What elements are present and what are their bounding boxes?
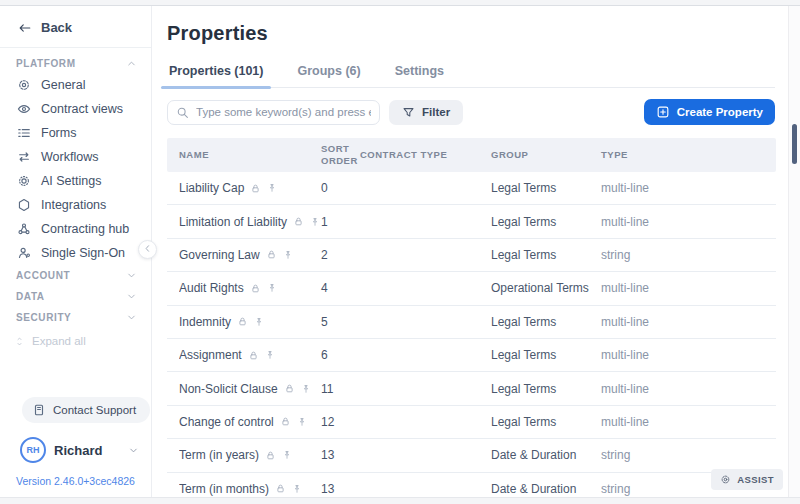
- sidebar-item-label: Integrations: [41, 198, 106, 212]
- main-content: Properties Properties (101)Groups (6)Set…: [153, 6, 788, 497]
- tab-settings[interactable]: Settings: [393, 60, 446, 87]
- lock-icon: [280, 416, 291, 427]
- contact-support-button[interactable]: Contact Support: [22, 397, 150, 423]
- version-label: Version 2.46.0+3cec4826: [0, 469, 151, 497]
- lock-icon: [293, 216, 304, 227]
- sidebar-item-label: Single Sign-On: [41, 246, 125, 260]
- sidebar-item-workflows[interactable]: Workflows: [0, 145, 151, 169]
- sidebar-section-data[interactable]: DATA: [0, 286, 151, 307]
- filter-button[interactable]: Filter: [389, 100, 463, 125]
- section-label: SECURITY: [16, 312, 71, 323]
- lock-icon: [250, 183, 261, 194]
- type-cell: multi-line: [601, 382, 776, 396]
- sidebar-section-platform[interactable]: PLATFORM: [0, 48, 151, 73]
- group-cell: Legal Terms: [491, 215, 601, 229]
- tab-groups-6[interactable]: Groups (6): [295, 60, 362, 87]
- lock-icon: [266, 249, 277, 260]
- sort-order-cell: 4: [321, 281, 360, 295]
- sort-order-cell: 13: [321, 482, 360, 496]
- group-cell: Legal Terms: [491, 315, 601, 329]
- sidebar-item-single-sign-on[interactable]: Single Sign-On: [0, 241, 151, 265]
- user-menu[interactable]: RH Richard: [0, 433, 151, 469]
- sidebar-item-forms[interactable]: Forms: [0, 121, 151, 145]
- pin-icon: [254, 317, 264, 327]
- table-row-limitation-of-liability[interactable]: Limitation of Liability1Legal Termsmulti…: [167, 205, 776, 238]
- table-header-row: NAMESORT ORDERCONTRACT TYPEGROUPTYPE: [167, 138, 776, 172]
- chevron-up-icon: [126, 58, 137, 69]
- collapsed-sections: ACCOUNTDATASECURITY: [0, 265, 151, 328]
- page: Back PLATFORM GeneralContract viewsForms…: [0, 0, 800, 504]
- property-name: Indemnity: [179, 315, 231, 329]
- table-row-indemnity[interactable]: Indemnity5Legal Termsmulti-line: [167, 306, 776, 339]
- expand-all-button[interactable]: Expand all: [0, 328, 151, 352]
- property-name-cell: Term (in years): [179, 448, 321, 462]
- platform-section-label: PLATFORM: [16, 58, 76, 69]
- property-name: Non-Solicit Clause: [179, 382, 278, 396]
- table-row-governing-law[interactable]: Governing Law2Legal Termsstring: [167, 239, 776, 272]
- create-property-button[interactable]: Create Property: [644, 99, 775, 125]
- expand-updown-icon: [14, 336, 25, 347]
- plus-square-icon: [656, 105, 670, 119]
- column-header-group: GROUP: [491, 149, 601, 161]
- table-row-assignment[interactable]: Assignment6Legal Termsmulti-line: [167, 339, 776, 372]
- toolbar: Filter Create Property: [167, 99, 775, 125]
- scrollbar-thumb[interactable]: [792, 124, 797, 164]
- table-row-non-solicit-clause[interactable]: Non-Solicit Clause11Legal Termsmulti-lin…: [167, 372, 776, 405]
- type-cell: multi-line: [601, 348, 776, 362]
- section-label: ACCOUNT: [16, 270, 70, 281]
- property-name: Liability Cap: [179, 181, 244, 195]
- search-input[interactable]: [196, 106, 371, 118]
- property-name-cell: Indemnity: [179, 315, 321, 329]
- table-row-term-in-years[interactable]: Term (in years)13Date & Durationstring: [167, 439, 776, 472]
- integrations-icon: [16, 198, 31, 212]
- platform-nav: GeneralContract viewsFormsWorkflowsAI Se…: [0, 73, 151, 265]
- group-cell: Legal Terms: [491, 348, 601, 362]
- column-header-contract-type: CONTRACT TYPE: [360, 149, 491, 161]
- sidebar-item-label: Contract views: [41, 102, 123, 116]
- sort-order-cell: 13: [321, 448, 360, 462]
- chevron-left-icon: [142, 242, 153, 257]
- table-row-liability-cap[interactable]: Liability Cap0Legal Termsmulti-line: [167, 172, 776, 205]
- property-name: Governing Law: [179, 248, 260, 262]
- column-header-type: TYPE: [601, 149, 776, 161]
- pin-icon: [310, 217, 320, 227]
- sidebar-item-label: Workflows: [41, 150, 98, 164]
- sidebar-section-account[interactable]: ACCOUNT: [0, 265, 151, 286]
- type-cell: multi-line: [601, 215, 776, 229]
- sidebar-item-ai-settings[interactable]: AI Settings: [0, 169, 151, 193]
- sidebar-item-label: AI Settings: [41, 174, 101, 188]
- back-button[interactable]: Back: [0, 6, 151, 47]
- sort-order-cell: 0: [321, 181, 360, 195]
- sidebar-item-integrations[interactable]: Integrations: [0, 193, 151, 217]
- table-row-term-in-months[interactable]: Term (in months)13Date & Durationstring: [167, 473, 776, 497]
- property-name: Term (in months): [179, 482, 269, 496]
- sidebar-collapse-button[interactable]: [138, 240, 157, 259]
- avatar: RH: [20, 437, 46, 463]
- page-top-edge: [0, 0, 800, 6]
- lock-icon: [284, 383, 295, 394]
- property-name: Assignment: [179, 348, 242, 362]
- scrollbar-track[interactable]: [788, 6, 800, 497]
- property-name-cell: Audit Rights: [179, 281, 321, 295]
- group-cell: Legal Terms: [491, 181, 601, 195]
- sidebar-item-label: Forms: [41, 126, 76, 140]
- property-name-cell: Governing Law: [179, 248, 321, 262]
- table-row-change-of-control[interactable]: Change of control12Legal Termsmulti-line: [167, 406, 776, 439]
- sidebar-section-security[interactable]: SECURITY: [0, 307, 151, 328]
- tab-bar: Properties (101)Groups (6)Settings: [167, 60, 775, 88]
- column-header-name: NAME: [179, 149, 321, 161]
- property-name: Change of control: [179, 415, 274, 429]
- sidebar-item-general[interactable]: General: [0, 73, 151, 97]
- gear-icon: [16, 78, 31, 92]
- create-property-label: Create Property: [677, 106, 763, 118]
- type-cell: string: [601, 448, 776, 462]
- sidebar-item-contract-views[interactable]: Contract views: [0, 97, 151, 121]
- eye-icon: [16, 102, 31, 116]
- sidebar-item-label: General: [41, 78, 85, 92]
- type-cell: multi-line: [601, 181, 776, 195]
- table-row-audit-rights[interactable]: Audit Rights4Operational Termsmulti-line: [167, 272, 776, 305]
- sort-order-cell: 5: [321, 315, 360, 329]
- assist-button[interactable]: ASSIST: [711, 469, 783, 490]
- tab-properties-101[interactable]: Properties (101): [167, 60, 265, 87]
- sidebar-item-contracting-hub[interactable]: Contracting hub: [0, 217, 151, 241]
